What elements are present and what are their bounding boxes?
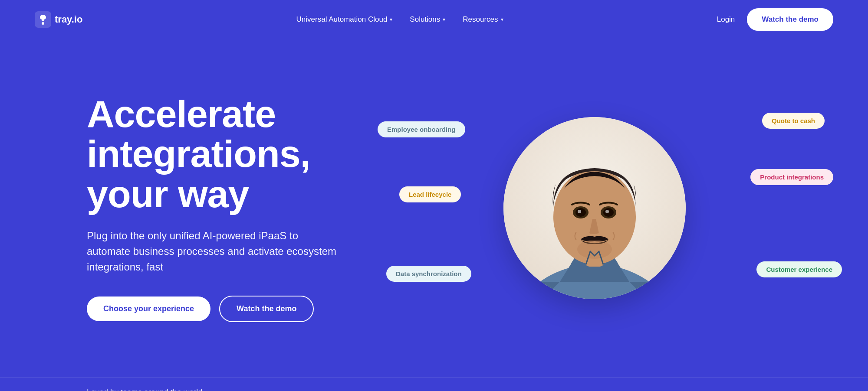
- chevron-down-icon: ▾: [501, 16, 503, 23]
- svg-point-9: [578, 210, 581, 213]
- login-button[interactable]: Login: [717, 15, 735, 24]
- chevron-down-icon: ▾: [390, 16, 392, 23]
- watch-demo-hero-button[interactable]: Watch the demo: [219, 296, 314, 322]
- tag-data-synchronization: Data synchronization: [386, 266, 471, 282]
- choose-experience-button[interactable]: Choose your experience: [87, 297, 210, 321]
- hero-subtitle: Plug into the only unified AI-powered iP…: [87, 228, 339, 275]
- chevron-down-icon: ▾: [443, 16, 445, 23]
- logo-text: tray.io: [55, 14, 82, 25]
- hero-buttons: Choose your experience Watch the demo: [87, 296, 391, 322]
- hero-content: Accelerate integrations, your way Plug i…: [87, 94, 391, 322]
- nav-actions: Login Watch the demo: [717, 8, 833, 31]
- tag-product-integrations: Product integrations: [750, 169, 833, 185]
- person-image: [503, 117, 686, 299]
- loved-by-text: Loved by teams around the world: [87, 388, 202, 391]
- tag-customer-experience: Customer experience: [756, 261, 842, 277]
- nav-item-solutions[interactable]: Solutions ▾: [410, 15, 445, 24]
- nav-item-resources[interactable]: Resources ▾: [463, 15, 503, 24]
- tag-lead-lifecycle: Lead lifecycle: [399, 186, 461, 202]
- hero-section: Accelerate integrations, your way Plug i…: [0, 39, 868, 377]
- svg-point-1: [42, 22, 44, 25]
- hero-visual: Employee onboarding Lead lifecycle Data …: [391, 74, 799, 342]
- navbar: tray.io Universal Automation Cloud ▾ Sol…: [0, 0, 868, 39]
- bottom-bar: Loved by teams around the world: [0, 377, 868, 391]
- watch-demo-nav-button[interactable]: Watch the demo: [747, 8, 833, 31]
- nav-menu: Universal Automation Cloud ▾ Solutions ▾…: [296, 15, 503, 24]
- logo[interactable]: tray.io: [35, 11, 82, 28]
- svg-point-12: [605, 210, 609, 213]
- tag-employee-onboarding: Employee onboarding: [378, 121, 465, 137]
- hero-title: Accelerate integrations, your way: [87, 94, 391, 214]
- tag-quote-to-cash: Quote to cash: [762, 113, 825, 129]
- nav-item-uac[interactable]: Universal Automation Cloud ▾: [296, 15, 393, 24]
